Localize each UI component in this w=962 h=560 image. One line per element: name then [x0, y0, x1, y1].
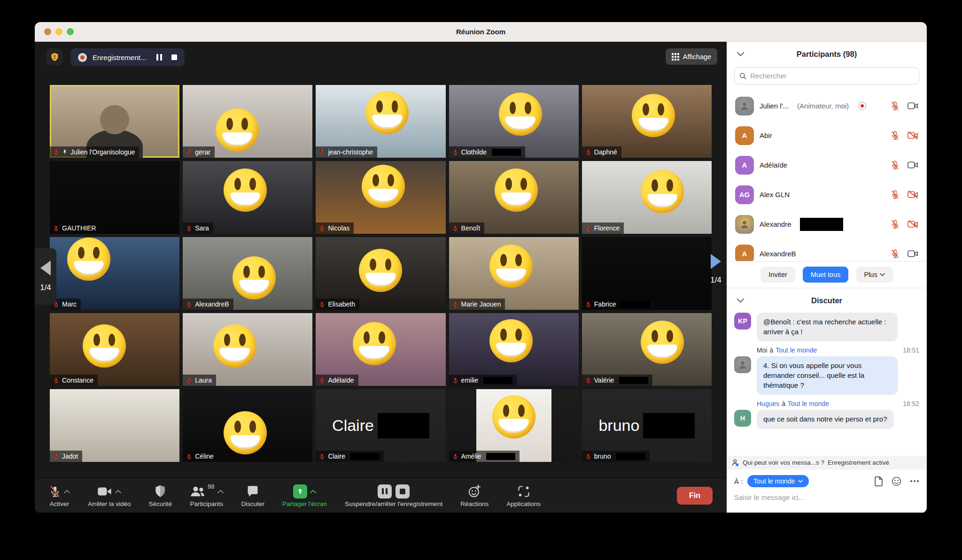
participant-name: Marc: [62, 300, 77, 308]
participants-list: Julien l'...(Animateur, moi)AAbirAAdélaï…: [727, 91, 927, 261]
message-sender[interactable]: Hugues: [757, 400, 779, 407]
participant-name: AlexandreB: [760, 250, 796, 258]
chat-compose: À : Tout le monde: [727, 469, 927, 513]
toolbar-discuter[interactable]: Discuter: [241, 484, 265, 507]
mic-muted-icon: [319, 377, 325, 384]
mic-muted-icon: [53, 377, 59, 384]
chat-header: Discuter: [727, 288, 927, 313]
avatar: [735, 215, 754, 234]
toolbar-participants[interactable]: 98Participants: [190, 484, 223, 507]
message-time: 18:52: [903, 400, 919, 407]
pause-icon[interactable]: [378, 484, 392, 499]
video-tile[interactable]: emilie: [449, 313, 579, 386]
redaction-box: [350, 453, 380, 460]
participant-row[interactable]: AGAlex GLN: [727, 180, 927, 209]
video-tile[interactable]: Fabrice: [582, 237, 712, 310]
pause-recording-icon[interactable]: [156, 54, 162, 61]
chevron-up-icon[interactable]: [217, 490, 224, 493]
video-tile[interactable]: Laura: [183, 313, 312, 386]
toolbar-activer[interactable]: Activer: [49, 484, 70, 507]
redaction-box: [483, 377, 512, 384]
participant-name-label: Laura: [183, 375, 216, 386]
video-tile[interactable]: Jadot: [50, 389, 179, 462]
participant-row[interactable]: Julien l'...(Animateur, moi): [727, 91, 927, 121]
video-tile[interactable]: AlexandreB: [183, 237, 312, 310]
audience-selector[interactable]: Tout le monde: [747, 475, 809, 487]
mic-muted-icon: [452, 453, 458, 460]
video-tile[interactable]: Nicolas: [316, 161, 445, 234]
video-tile[interactable]: Marie Jaouen: [449, 237, 579, 310]
toolbar-suspendre-arr-ter-l-enregistrement[interactable]: Suspendre/arrêter l'enregistrement: [345, 484, 442, 507]
mute-all-button[interactable]: Muet tous: [803, 267, 849, 283]
camera-off-icon: [908, 220, 918, 229]
message-recipient[interactable]: Tout le monde: [776, 346, 817, 354]
emoji-face-overlay: [489, 319, 533, 362]
video-tile[interactable]: Constance: [50, 313, 179, 386]
chevron-up-icon[interactable]: [310, 490, 316, 493]
chat-message: Hque ce soit dans notre vie perso et pro…: [734, 410, 919, 429]
video-tile[interactable]: Amélie: [449, 389, 579, 462]
more-options-icon[interactable]: [910, 480, 919, 483]
redaction-box: [643, 413, 695, 438]
emoji-icon[interactable]: [892, 476, 901, 486]
video-tile[interactable]: brunobruno: [582, 389, 712, 462]
participants-count-badge: 98: [208, 483, 214, 490]
person-icon: [737, 360, 748, 370]
video-tile[interactable]: Valérie: [582, 313, 712, 386]
security-shield-warning-icon[interactable]: [46, 48, 63, 65]
toolbar-partager-l-cran[interactable]: Partager l'écran: [282, 484, 327, 507]
share-screen-icon: [293, 484, 307, 499]
toolbar-label: Discuter: [241, 500, 265, 507]
video-tile[interactable]: Julien l'Organisologue: [50, 85, 179, 158]
chevron-down-icon[interactable]: [737, 299, 744, 303]
video-tile[interactable]: Marc: [50, 237, 179, 310]
redaction-box: [486, 453, 515, 460]
toolbar-r-actions[interactable]: Réactions: [460, 484, 489, 507]
video-tile[interactable]: Adélaïde: [316, 313, 445, 386]
toolbar-s-curit-[interactable]: Sécurité: [149, 484, 172, 507]
previous-page-button[interactable]: 1/4: [35, 248, 56, 305]
chevron-up-icon[interactable]: [64, 490, 70, 493]
chevron-down-icon[interactable]: [737, 52, 744, 56]
video-tile[interactable]: ClaireClaire: [316, 389, 445, 462]
page-indicator: 1/4: [710, 276, 722, 285]
message-input[interactable]: [734, 493, 919, 501]
camera-off-icon: [908, 190, 918, 199]
participant-row[interactable]: AAlexandreB: [727, 239, 927, 261]
stop-recording-icon[interactable]: [171, 54, 177, 60]
pause-stop-icon: [378, 484, 410, 499]
video-tile[interactable]: Benoît: [449, 161, 579, 234]
emoji-face-overlay: [224, 411, 267, 454]
video-tile[interactable]: Clothilde: [449, 85, 579, 158]
toolbar-applications[interactable]: Applications: [506, 484, 541, 507]
video-tile[interactable]: Elisabeth: [316, 237, 445, 310]
end-meeting-button[interactable]: Fin: [677, 487, 713, 505]
next-page-button[interactable]: 1/4: [706, 254, 726, 285]
view-button[interactable]: Affichage: [666, 48, 717, 65]
toolbar-arr-ter-la-vid-o[interactable]: Arrêter la vidéo: [88, 484, 131, 507]
video-tile[interactable]: gerar: [183, 85, 312, 158]
video-tile[interactable]: GAUTHIER: [50, 161, 179, 234]
participant-row[interactable]: AAdélaïde: [727, 150, 927, 180]
participant-name-label: Céline: [183, 451, 218, 462]
participants-search[interactable]: [734, 67, 919, 84]
video-tile[interactable]: Céline: [183, 389, 312, 462]
participant-name: GAUTHIER: [62, 224, 96, 232]
participant-row[interactable]: AAbir: [727, 121, 927, 150]
message-sender[interactable]: Moi: [757, 346, 768, 354]
chevron-up-icon[interactable]: [115, 490, 121, 493]
file-attach-icon[interactable]: [874, 476, 883, 486]
window-title: Réunion Zoom: [35, 28, 927, 36]
video-tile[interactable]: Sara: [183, 161, 312, 234]
video-tile[interactable]: jean-christophe: [316, 85, 445, 158]
toolbar-label: Suspendre/arrêter l'enregistrement: [345, 500, 442, 507]
chat-message: KP@Benoît : c'est ma recherche actuelle …: [734, 313, 919, 341]
invite-button[interactable]: Inviter: [760, 267, 795, 283]
video-tile[interactable]: Daphné: [582, 85, 712, 158]
more-button[interactable]: Plus: [856, 267, 892, 283]
participant-row[interactable]: Alexandre: [727, 209, 927, 239]
video-tile[interactable]: Florence: [582, 161, 712, 234]
message-recipient[interactable]: Tout le monde: [788, 400, 829, 407]
stop-icon[interactable]: [396, 484, 410, 499]
search-input[interactable]: [750, 72, 914, 80]
